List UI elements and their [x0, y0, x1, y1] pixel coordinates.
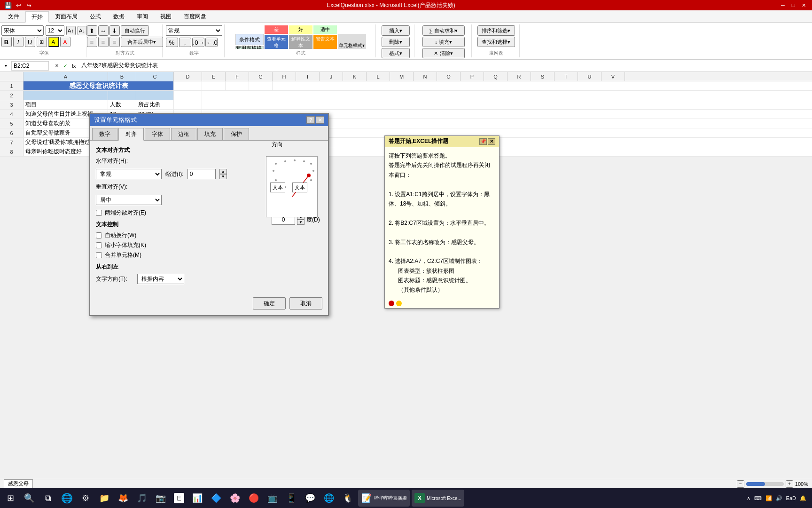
- qa-save[interactable]: 💾: [4, 1, 12, 9]
- cell-g1[interactable]: [249, 81, 273, 90]
- align-left[interactable]: ≡: [87, 37, 97, 47]
- cell-e1[interactable]: [202, 81, 226, 90]
- taskbar-excel[interactable]: X Microsoft Exce...: [412, 490, 464, 507]
- fill-btn[interactable]: ↓ 填充▾: [422, 37, 465, 47]
- info-panel-close[interactable]: ✕: [488, 138, 495, 145]
- col-header-k[interactable]: K: [343, 72, 367, 81]
- formula-cancel[interactable]: ✕: [53, 62, 61, 70]
- formula-insert[interactable]: fx: [70, 62, 78, 70]
- dialog-tab-align[interactable]: 对齐: [118, 128, 144, 141]
- taskbar-wechat[interactable]: 💬: [302, 490, 319, 507]
- conditional-format-btn[interactable]: 条件格式: [235, 34, 264, 45]
- taskbar-epic[interactable]: E: [171, 490, 187, 507]
- align-center[interactable]: ≡: [98, 37, 109, 47]
- cell-d3[interactable]: [174, 100, 202, 109]
- tab-data[interactable]: 数据: [107, 11, 131, 22]
- interpret-cell[interactable]: 解释性文本: [289, 35, 312, 49]
- find-select-btn[interactable]: 查找和选择▾: [477, 37, 515, 47]
- cell-styles-btn[interactable]: 单元格样式▾: [338, 34, 366, 49]
- autosum-btn[interactable]: ∑ 自动求和▾: [422, 25, 465, 36]
- auto-wrap[interactable]: 自动换行: [121, 25, 149, 36]
- check-cell[interactable]: 查看单元格: [265, 35, 288, 49]
- sheet-tab[interactable]: 感恩父母: [4, 479, 33, 488]
- cell-d1[interactable]: [174, 81, 202, 90]
- shrink-text-checkbox[interactable]: [96, 242, 102, 248]
- degree-down[interactable]: ▼: [297, 220, 304, 225]
- tab-file[interactable]: 文件: [2, 11, 25, 22]
- dialog-tab-font[interactable]: 字体: [145, 128, 170, 140]
- qa-undo[interactable]: ↩: [14, 1, 23, 9]
- zoom-out-button[interactable]: −: [737, 480, 744, 488]
- merge-center[interactable]: 合并后居中▾: [121, 37, 163, 47]
- close-button[interactable]: ✕: [799, 1, 808, 9]
- col-header-g[interactable]: G: [249, 72, 273, 81]
- justify-distributed-checkbox[interactable]: [96, 210, 102, 216]
- font-size-increase[interactable]: A↑: [66, 26, 76, 35]
- taskbar-app11[interactable]: 🌐: [320, 490, 337, 507]
- taskbar-files[interactable]: 📁: [96, 490, 113, 507]
- zoom-slider[interactable]: [746, 482, 784, 486]
- col-header-f[interactable]: F: [226, 72, 249, 81]
- red-dot-icon[interactable]: [389, 301, 394, 306]
- taskbar-streaming[interactable]: 📝 哔哔哔哔直播姬: [358, 490, 410, 507]
- col-header-p[interactable]: P: [461, 72, 484, 81]
- dialog-cancel-button[interactable]: 取消: [289, 297, 322, 310]
- taskbar-clock[interactable]: EaD: [786, 495, 796, 501]
- font-family-select[interactable]: 宋体: [1, 25, 44, 36]
- taskbar-task-view[interactable]: ⧉: [39, 490, 56, 507]
- tab-home[interactable]: 开始: [25, 11, 49, 23]
- indent-down[interactable]: ▼: [219, 174, 227, 179]
- col-header-n[interactable]: N: [414, 72, 437, 81]
- taskbar-app12[interactable]: 🐧: [339, 490, 356, 507]
- style-bad[interactable]: 差: [265, 25, 288, 34]
- warn-cell[interactable]: 警告文本: [313, 35, 337, 49]
- taskbar-app1[interactable]: ⚙: [77, 490, 94, 507]
- tab-formula[interactable]: 公式: [84, 11, 107, 22]
- formula-input[interactable]: [79, 62, 810, 70]
- border-button[interactable]: ⊞: [37, 37, 47, 47]
- cell-a3[interactable]: 项目: [23, 100, 108, 109]
- font-size-select[interactable]: 12: [46, 25, 64, 36]
- col-header-o[interactable]: O: [437, 72, 461, 81]
- cell-a1[interactable]: 感恩父母意识统计表: [23, 81, 174, 90]
- text-direction-select[interactable]: 根据内容: [137, 274, 184, 284]
- col-header-j[interactable]: J: [320, 72, 343, 81]
- comma-btn[interactable]: ,: [179, 38, 191, 47]
- col-header-q[interactable]: Q: [484, 72, 508, 81]
- vertical-align-select[interactable]: 居中: [96, 195, 162, 205]
- start-button[interactable]: ⊞: [2, 490, 19, 507]
- format-btn[interactable]: 格式▾: [382, 48, 410, 58]
- indent-input[interactable]: [187, 169, 216, 179]
- minimize-button[interactable]: ─: [778, 1, 788, 9]
- horizontal-align-select[interactable]: 常规: [96, 169, 162, 179]
- dialog-ok-button[interactable]: 确定: [253, 297, 286, 310]
- taskbar-app9[interactable]: 📺: [264, 490, 281, 507]
- col-header-v[interactable]: V: [601, 72, 625, 81]
- taskbar-app10[interactable]: 📱: [283, 490, 300, 507]
- col-header-a[interactable]: A: [23, 72, 108, 81]
- insert-btn[interactable]: 插入▾: [382, 25, 410, 36]
- percent-btn[interactable]: %: [166, 38, 178, 47]
- cell-f1[interactable]: [226, 81, 249, 90]
- decimal-decrease[interactable]: ←.0: [205, 38, 218, 47]
- style-normal[interactable]: 好: [289, 25, 312, 34]
- tab-review[interactable]: 审阅: [131, 11, 154, 22]
- decimal-increase[interactable]: .0→: [192, 38, 204, 47]
- dialog-tab-border[interactable]: 边框: [171, 128, 196, 140]
- col-header-l[interactable]: L: [367, 72, 390, 81]
- cell-b2[interactable]: [108, 91, 136, 100]
- col-header-r[interactable]: R: [508, 72, 531, 81]
- merge-cell-checkbox[interactable]: [96, 252, 102, 258]
- taskbar-app5[interactable]: 📊: [189, 490, 206, 507]
- font-color-button[interactable]: A: [60, 37, 70, 47]
- tab-view[interactable]: 视图: [154, 11, 178, 22]
- col-header-b[interactable]: B: [108, 72, 136, 81]
- notification-icon[interactable]: 🔔: [800, 495, 806, 501]
- taskbar-firefox[interactable]: 🌐: [58, 490, 75, 507]
- tab-baidu[interactable]: 百度网盘: [178, 11, 212, 22]
- cell-reference-box[interactable]: [11, 61, 49, 71]
- dialog-tab-protect[interactable]: 保护: [224, 128, 249, 140]
- bold-button[interactable]: B: [1, 37, 12, 47]
- cell-c2[interactable]: [136, 91, 174, 100]
- dialog-tab-number[interactable]: 数字: [92, 128, 117, 140]
